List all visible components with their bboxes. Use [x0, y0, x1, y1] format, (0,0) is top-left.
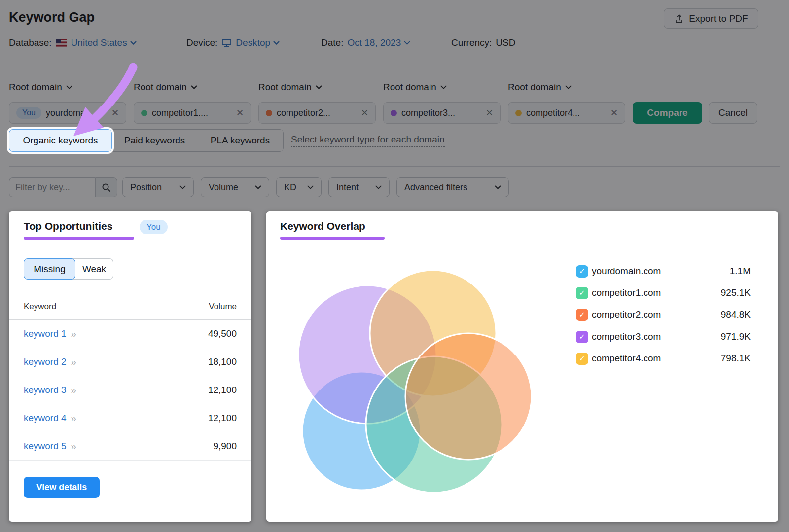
- column-keyword: Keyword: [24, 302, 56, 312]
- title-underline: [24, 237, 134, 240]
- checkbox-competitor2[interactable]: ✓: [576, 309, 588, 321]
- annotation-arrow: [58, 58, 149, 144]
- checkbox-yourdomain[interactable]: ✓: [576, 265, 588, 278]
- legend-keyword-count: 984.8K: [681, 309, 751, 320]
- top-opportunities-title: Top Opportunities: [24, 220, 112, 232]
- toggle-weak[interactable]: Weak: [72, 258, 113, 280]
- legend-item: ✓: [576, 329, 588, 344]
- legend-domain: competitor2.com: [592, 309, 661, 320]
- checkbox-competitor3[interactable]: ✓: [576, 331, 588, 343]
- legend-domain: competitor1.com: [592, 287, 661, 298]
- view-details-button[interactable]: View details: [24, 477, 100, 498]
- legend-domain: yourdomain.com: [592, 266, 661, 277]
- venn-competitor2-circle: [405, 333, 532, 460]
- volume-value: 12,100: [208, 385, 237, 395]
- legend-domain: competitor4.com: [592, 353, 661, 364]
- you-badge: You: [140, 220, 168, 234]
- column-volume: Volume: [209, 302, 237, 312]
- keyword-link[interactable]: keyword 4››: [24, 413, 75, 424]
- title-underline: [280, 237, 385, 240]
- keyword-overlap-card: Keyword Overlap ✓ yourdomain.com 1.1M ✓ …: [266, 211, 778, 522]
- card-divider: [9, 243, 251, 243]
- table-header: Keyword Volume: [24, 302, 237, 312]
- checkbox-competitor1[interactable]: ✓: [576, 287, 588, 299]
- keyword-link[interactable]: keyword 1››: [24, 328, 75, 340]
- keyword-overlap-venn-diagram: [286, 249, 562, 516]
- legend-item: ✓: [576, 285, 588, 300]
- table-row: keyword 1›› 49,500: [9, 320, 251, 348]
- volume-value: 12,100: [208, 413, 237, 424]
- top-opportunities-card: Top Opportunities You Missing Weak Keywo…: [9, 211, 251, 522]
- card-divider: [266, 243, 778, 243]
- legend-item: ✓: [576, 351, 588, 366]
- table-row: keyword 3›› 12,100: [9, 376, 251, 404]
- volume-value: 49,500: [208, 328, 237, 339]
- volume-value: 18,100: [208, 356, 237, 367]
- legend-keyword-count: 1.1M: [681, 266, 751, 277]
- double-chevron-icon: ››: [71, 385, 75, 396]
- keyword-link[interactable]: keyword 3››: [24, 385, 75, 396]
- legend-domain: competitor3.com: [592, 331, 661, 342]
- legend-keyword-count: 971.9K: [681, 331, 751, 342]
- checkbox-competitor4[interactable]: ✓: [576, 353, 588, 365]
- legend-item: ✓: [576, 307, 588, 322]
- keyword-link[interactable]: keyword 5››: [24, 441, 75, 452]
- legend-keyword-count: 925.1K: [681, 287, 751, 298]
- legend-keyword-count: 798.1K: [681, 353, 751, 364]
- table-row: keyword 4›› 12,100: [9, 404, 251, 432]
- double-chevron-icon: ››: [71, 356, 75, 368]
- missing-weak-toggle: Missing Weak: [24, 258, 113, 280]
- keyword-link[interactable]: keyword 2››: [24, 356, 75, 368]
- table-row: keyword 5›› 9,900: [9, 432, 251, 461]
- keyword-overlap-title: Keyword Overlap: [280, 220, 365, 232]
- legend-item: ✓: [576, 264, 588, 279]
- double-chevron-icon: ››: [71, 413, 75, 424]
- volume-value: 9,900: [213, 441, 237, 452]
- double-chevron-icon: ››: [71, 328, 75, 340]
- double-chevron-icon: ››: [71, 441, 75, 452]
- table-row: keyword 2›› 18,100: [9, 348, 251, 376]
- toggle-missing[interactable]: Missing: [24, 258, 75, 280]
